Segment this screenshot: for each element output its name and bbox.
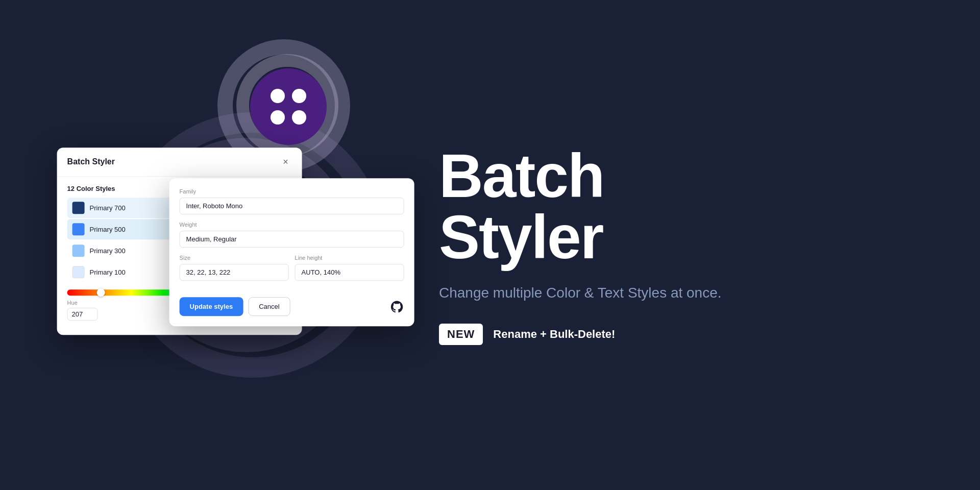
size-value[interactable]: 32, 22, 13, 222 (180, 264, 289, 281)
figma-icon-circle (250, 68, 327, 145)
hue-thumb[interactable] (97, 288, 105, 297)
weight-value[interactable]: Medium, Regular (180, 231, 404, 248)
color-swatch-primary300 (72, 244, 85, 257)
cancel-button[interactable]: Cancel (248, 297, 290, 316)
action-row: Update styles Cancel (180, 297, 404, 316)
family-label: Family (180, 188, 404, 194)
text-panel: Family Inter, Roboto Mono Weight Medium,… (169, 178, 414, 326)
right-section: Batch Styler Change multiple Color & Tex… (398, 114, 980, 375)
update-styles-button[interactable]: Update styles (180, 297, 243, 316)
figma-dot-4 (292, 110, 306, 125)
hero-title: Batch Styler (439, 145, 939, 267)
lineheight-label: Line height (295, 255, 404, 261)
family-value[interactable]: Inter, Roboto Mono (180, 198, 404, 214)
size-lineheight-row: Size 32, 22, 13, 222 Line height AUTO, 1… (180, 255, 404, 288)
hue-input[interactable]: 207 (67, 308, 98, 321)
color-name-primary100: Primary 100 (90, 268, 126, 276)
color-swatch-primary100 (72, 266, 85, 278)
left-section: Batch Styler × 12 Color Styles Primary 7… (0, 0, 398, 490)
figma-dot-2 (292, 89, 306, 103)
hero-title-line2: Styler (439, 203, 603, 271)
dialog-container: Batch Styler × 12 Color Styles Primary 7… (57, 148, 302, 335)
dialog-title: Batch Styler (67, 157, 115, 166)
btn-group: Update styles Cancel (180, 297, 290, 316)
family-group: Family Inter, Roboto Mono (180, 188, 404, 214)
weight-group: Weight Medium, Regular (180, 222, 404, 248)
color-swatch-primary500 (72, 223, 85, 235)
color-name-primary500: Primary 500 (90, 226, 126, 233)
close-button[interactable]: × (280, 156, 292, 168)
color-swatch-primary700 (72, 202, 85, 214)
github-icon[interactable] (390, 300, 404, 314)
color-name-primary700: Primary 700 (90, 204, 126, 212)
figma-dots (271, 89, 306, 125)
size-label: Size (180, 255, 289, 261)
color-name-primary300: Primary 300 (90, 247, 126, 255)
lineheight-group: Line height AUTO, 140% (295, 255, 404, 281)
dialog-header: Batch Styler × (57, 148, 302, 177)
new-feature-text: Rename + Bulk-Delete! (493, 328, 615, 341)
new-badge: NEW (439, 324, 483, 345)
lineheight-value[interactable]: AUTO, 140% (295, 264, 404, 281)
hero-subtitle: Change multiple Color & Text Styles at o… (439, 283, 725, 303)
hero-title-line1: Batch (439, 141, 604, 210)
weight-label: Weight (180, 222, 404, 228)
size-group: Size 32, 22, 13, 222 (180, 255, 289, 281)
figma-dot-1 (271, 89, 285, 103)
figma-dot-3 (271, 110, 285, 125)
new-badge-row: NEW Rename + Bulk-Delete! (439, 324, 939, 345)
